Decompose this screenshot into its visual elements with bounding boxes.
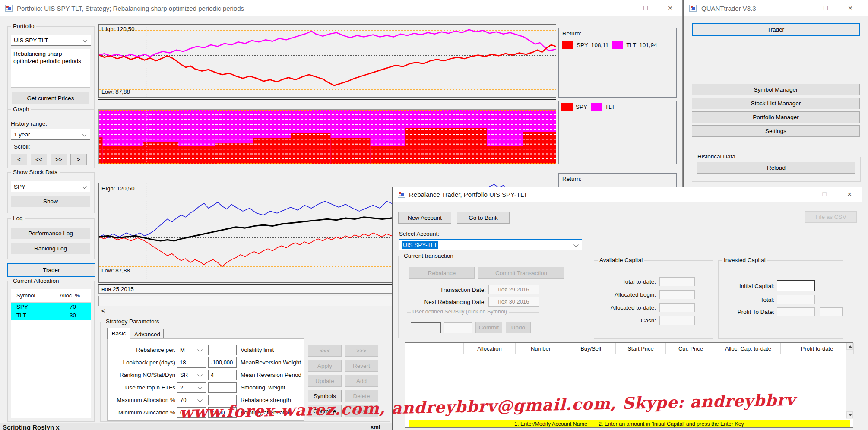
strategy-combo-value: M bbox=[180, 347, 185, 353]
strategy-input2[interactable]: -100,000 bbox=[208, 357, 237, 368]
history-range-select[interactable]: 1 year bbox=[11, 129, 90, 140]
allocation-bars-chart[interactable] bbox=[98, 109, 556, 164]
available-capital-label: Available Capital bbox=[598, 257, 644, 263]
strategy-combo[interactable]: M bbox=[177, 345, 206, 355]
table-header-Cur. Price[interactable]: Cur. Price bbox=[666, 343, 716, 354]
new-account-button[interactable]: New Account bbox=[398, 212, 451, 224]
available-capital-group: Available Capital bbox=[594, 260, 713, 339]
go-to-bank-button[interactable]: Go to Bank bbox=[457, 212, 510, 224]
table-scrollbar[interactable] bbox=[846, 343, 853, 419]
strategy-right-label: Volatility limit bbox=[241, 347, 274, 353]
available-capital-row-label: Allocated to-date: bbox=[591, 304, 656, 311]
strategy-input2[interactable] bbox=[208, 345, 237, 355]
performance-log-button[interactable]: Performance Log bbox=[11, 228, 90, 239]
allocation-header-alloc[interactable]: Alloc. % bbox=[60, 292, 80, 299]
strategy-input2[interactable]: 4 bbox=[208, 370, 237, 380]
stock-list-manager-button[interactable]: Stock List Manager bbox=[692, 98, 860, 109]
next-rebalancing-date-field: ноя 30 2016 bbox=[488, 297, 539, 307]
legend-swatch bbox=[562, 41, 573, 49]
table-header-Start Price[interactable]: Start Price bbox=[616, 343, 666, 354]
strategy-combo-value: 70 bbox=[180, 397, 186, 403]
quant-trader-button[interactable]: Trader bbox=[692, 23, 860, 36]
show-button[interactable]: Show bbox=[11, 196, 90, 207]
allocation-row[interactable]: SPY70 bbox=[11, 303, 91, 311]
allocation-header-symbol[interactable]: Symbol bbox=[16, 292, 35, 299]
scroll-fast-left-button[interactable]: << bbox=[31, 154, 47, 165]
quant-titlebar[interactable]: QUANTtrader V3.3 — □ ✕ bbox=[684, 0, 868, 16]
chart-top-returns[interactable]: High: 120,50 Low: 87,88 bbox=[98, 24, 556, 98]
legend-name: TLT bbox=[626, 42, 636, 48]
strategy-input2[interactable] bbox=[208, 382, 237, 393]
scrollbar-up-icon[interactable] bbox=[846, 343, 853, 350]
scroll-fast-right-button[interactable]: >> bbox=[51, 154, 67, 165]
legend-value: 108,11 bbox=[591, 42, 608, 48]
portfolio-description: Rebalancing sharp optimized periodic per… bbox=[11, 49, 90, 88]
portfolio-manager-button[interactable]: Portfolio Manager bbox=[692, 111, 860, 123]
transaction-date-label: Transaction Date: bbox=[408, 287, 486, 293]
scroll-right-button[interactable]: > bbox=[70, 154, 87, 165]
allocation-value: 70 bbox=[59, 304, 76, 310]
legend-name: SPY bbox=[576, 104, 587, 110]
strategy-right-label: Smooting weight bbox=[241, 384, 285, 391]
table-header-Number[interactable]: Number bbox=[516, 343, 566, 354]
quant-maximize-icon[interactable]: □ bbox=[816, 0, 836, 16]
dialog-minimize-icon[interactable]: — bbox=[790, 187, 810, 201]
portfolio-select[interactable]: UIS SPY-TLT bbox=[11, 35, 91, 46]
portfolio-description-text: Rebalancing sharp optimized periodic per… bbox=[13, 51, 81, 64]
collapse-panel-arrow[interactable]: < bbox=[101, 307, 105, 314]
ranking-log-button[interactable]: Ranking Log bbox=[11, 243, 90, 254]
legend-panel-top: Return: SPY108,11TLT101,94 bbox=[558, 28, 677, 98]
profit-to-date-field bbox=[777, 307, 815, 316]
initial-capital-label: Initial Capital: bbox=[710, 283, 774, 289]
minimize-icon[interactable]: — bbox=[611, 0, 631, 16]
show-stock-group-label: Show Stock Data bbox=[11, 169, 60, 175]
allocation-rows: SPY70TLT30 bbox=[11, 303, 91, 320]
legend-panel-mid: SPYTLT bbox=[558, 101, 677, 164]
tab-advanced[interactable]: Advanced bbox=[131, 329, 164, 339]
allocation-row[interactable]: TLT30 bbox=[11, 311, 91, 320]
settings-button[interactable]: Settings bbox=[692, 125, 860, 137]
available-capital-row-field bbox=[659, 277, 695, 286]
dialog-close-icon[interactable]: ✕ bbox=[839, 187, 859, 201]
quant-minimize-icon[interactable]: — bbox=[792, 0, 811, 16]
quant-close-icon[interactable]: ✕ bbox=[840, 0, 860, 16]
strategy-left-label: Ranking NO/Stat/Dyn bbox=[108, 372, 175, 378]
account-select[interactable]: UIS SPY-TLT bbox=[399, 239, 582, 250]
apply-button: Apply bbox=[308, 360, 342, 372]
scrollbar-down-icon[interactable] bbox=[846, 411, 853, 418]
dialog-titlebar[interactable]: Rebalance Trader, Portfolio UIS SPY-TLT … bbox=[393, 187, 862, 202]
legend-swatch bbox=[591, 103, 602, 111]
dialog-title: Rebalance Trader, Portfolio UIS SPY-TLT bbox=[409, 191, 527, 198]
available-capital-row-label: Cash: bbox=[591, 317, 656, 324]
strategy-input[interactable]: 18 bbox=[177, 357, 206, 368]
scroll-left-button[interactable]: < bbox=[11, 154, 27, 165]
commit-button: Commit bbox=[475, 322, 502, 333]
portfolio-window-titlebar[interactable]: Portfolio: UIS SPY-TLT, Strategy; Rebala… bbox=[0, 0, 682, 16]
maximize-icon[interactable]: □ bbox=[636, 0, 656, 16]
table-header-blank[interactable] bbox=[405, 343, 464, 354]
table-header-Allocation[interactable]: Allocation bbox=[464, 343, 516, 354]
initial-capital-input[interactable] bbox=[777, 280, 815, 291]
arrowarrowarrow-button: >>> bbox=[345, 345, 378, 357]
table-header-Alloc. Cap. to-date[interactable]: Alloc. Cap. to-date bbox=[716, 343, 781, 354]
allocation-symbol: TLT bbox=[16, 312, 26, 319]
strategy-right-label: Mean Reversion Period bbox=[241, 372, 301, 378]
symbol-manager-button[interactable]: Symbol Manager bbox=[692, 84, 860, 95]
trader-button[interactable]: Trader bbox=[7, 263, 95, 277]
tab-basic[interactable]: Basic bbox=[107, 328, 130, 339]
reload-button[interactable]: Reload bbox=[697, 162, 855, 174]
date-bar-text: ноя 25 2015 bbox=[101, 286, 134, 292]
table-header-Buy/Sell[interactable]: Buy/Sell bbox=[566, 343, 616, 354]
table-header-Profit to-date[interactable]: Profit to-date bbox=[781, 343, 854, 354]
get-current-prices-button[interactable]: Get current Prices bbox=[12, 92, 89, 104]
history-range-label: History range: bbox=[11, 120, 47, 127]
available-capital-row-label: Allocated begin: bbox=[591, 291, 656, 298]
stock-select[interactable]: SPY bbox=[11, 181, 90, 192]
history-range-value: 1 year bbox=[14, 131, 30, 138]
strategy-combo[interactable]: 2 bbox=[177, 382, 206, 393]
close-icon[interactable]: ✕ bbox=[660, 0, 680, 16]
status-part1: 1. Enter/Modify Account Name bbox=[514, 421, 587, 427]
chart2-low-label: Low: 87,88 bbox=[101, 267, 130, 274]
strategy-combo[interactable]: SR bbox=[177, 370, 206, 380]
legend-name: SPY bbox=[577, 42, 588, 48]
